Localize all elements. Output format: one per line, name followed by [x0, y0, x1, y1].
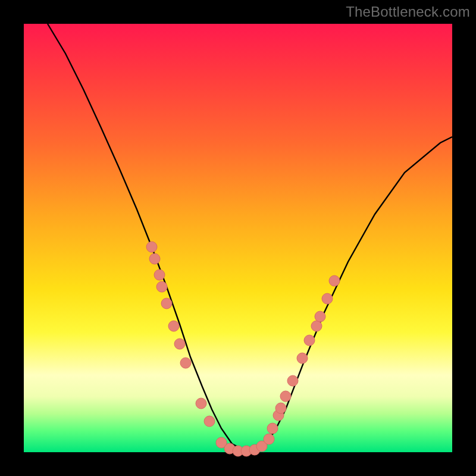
data-point-right-cluster [275, 403, 286, 414]
data-point-left-cluster [161, 298, 172, 309]
data-point-right-cluster [287, 375, 298, 386]
bottleneck-curve [48, 24, 452, 450]
data-markers [146, 242, 340, 456]
watermark-text: TheBottleneck.com [346, 4, 470, 20]
data-point-left-cluster [149, 253, 160, 264]
data-point-right-cluster [315, 311, 325, 322]
data-point-right-cluster [329, 275, 340, 286]
data-point-left-cluster [196, 398, 206, 409]
data-point-left-cluster [154, 270, 165, 280]
data-point-right-cluster [297, 353, 308, 364]
data-point-left-cluster [146, 242, 157, 252]
data-point-left-cluster [168, 321, 179, 331]
chart-svg [24, 24, 452, 452]
data-point-right-cluster [280, 391, 291, 402]
chart-frame: TheBottleneck.com [0, 0, 476, 476]
data-point-left-cluster [174, 339, 185, 349]
data-point-left-cluster [204, 416, 215, 427]
data-point-left-cluster [180, 358, 191, 368]
data-point-right-cluster [304, 335, 315, 346]
data-point-valley-cluster [264, 434, 274, 444]
data-point-right-cluster [322, 293, 333, 304]
data-point-right-cluster [267, 423, 278, 434]
data-point-right-cluster [311, 321, 322, 331]
data-point-left-cluster [156, 281, 167, 292]
